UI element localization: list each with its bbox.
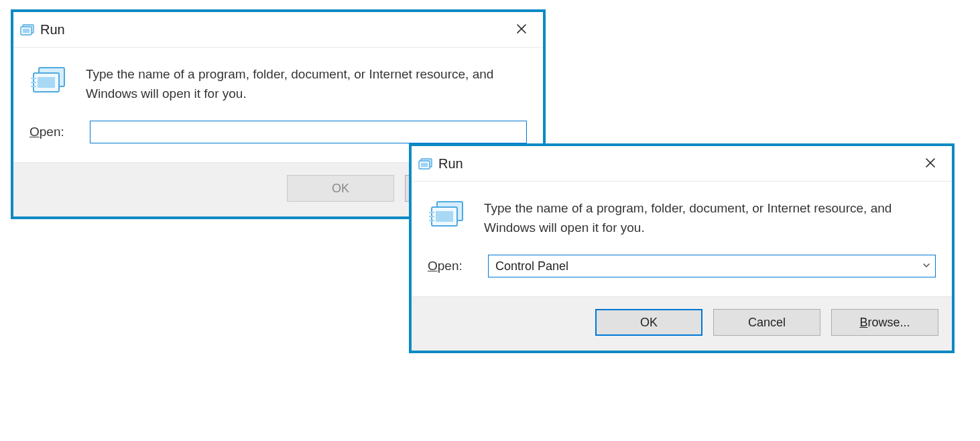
ok-button: OK <box>287 175 394 202</box>
close-button[interactable] <box>912 149 949 178</box>
run-icon <box>29 65 68 99</box>
close-button[interactable] <box>503 15 540 44</box>
close-icon <box>925 155 936 172</box>
dialog-description: Type the name of a program, folder, docu… <box>86 65 527 103</box>
open-input-value: Control Panel <box>495 259 918 273</box>
dialog-body: Type the name of a program, folder, docu… <box>412 182 952 251</box>
cancel-button-label: Cancel <box>748 316 786 330</box>
open-input[interactable]: Control Panel <box>488 255 936 277</box>
run-icon <box>20 23 35 36</box>
dialog-description: Type the name of a program, folder, docu… <box>484 199 936 237</box>
open-input[interactable] <box>90 121 527 143</box>
open-label: Open: <box>29 125 90 139</box>
cancel-button[interactable]: Cancel <box>713 309 820 336</box>
open-label: Open: <box>428 259 488 273</box>
svg-rect-8 <box>421 163 428 167</box>
ok-button[interactable]: OK <box>595 309 702 336</box>
run-icon <box>428 199 467 233</box>
dialog-body: Type the name of a program, folder, docu… <box>13 48 543 117</box>
titlebar: Run <box>412 146 952 182</box>
ok-button-label: OK <box>332 182 349 196</box>
chevron-down-icon[interactable] <box>922 259 931 273</box>
run-dialog-filled: Run Type the name of a program, folder, … <box>409 143 955 353</box>
window-title: Run <box>40 22 503 38</box>
svg-rect-11 <box>436 211 453 222</box>
browse-button-label: Browse... <box>859 316 910 330</box>
svg-rect-5 <box>38 77 55 88</box>
run-icon <box>418 158 433 170</box>
window-title: Run <box>438 156 912 172</box>
button-bar: OK Cancel Browse... <box>412 296 952 351</box>
close-icon <box>516 21 527 38</box>
svg-rect-2 <box>23 29 29 33</box>
open-row: Open: Control Panel <box>412 251 952 296</box>
browse-button[interactable]: Browse... <box>831 309 938 336</box>
titlebar: Run <box>13 12 543 48</box>
ok-button-label: OK <box>640 316 658 330</box>
